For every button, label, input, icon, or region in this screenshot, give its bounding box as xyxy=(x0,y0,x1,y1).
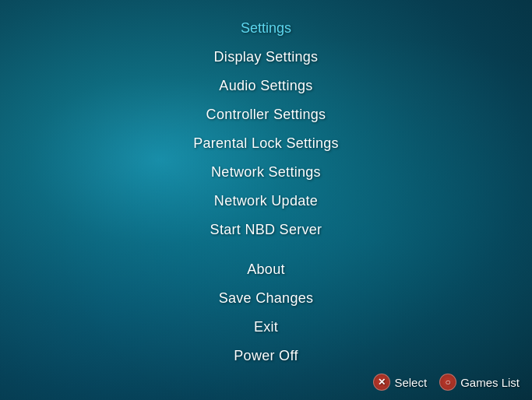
menu-item-start-nbd-server[interactable]: Start NBD Server xyxy=(178,216,354,244)
menu-item-audio-settings[interactable]: Audio Settings xyxy=(178,72,354,100)
games-list-label: Games List xyxy=(460,376,520,389)
main-menu: Settings Display SettingsAudio SettingsC… xyxy=(178,14,354,370)
select-label: Select xyxy=(394,376,427,389)
menu-item-about[interactable]: About xyxy=(203,255,329,284)
menu-item-controller-settings[interactable]: Controller Settings xyxy=(178,100,354,129)
menu-item-power-off[interactable]: Power Off xyxy=(203,342,329,370)
menu-item-network-update[interactable]: Network Update xyxy=(178,187,354,216)
games-list-icon: ○ xyxy=(439,374,456,391)
games-list-button[interactable]: ○ Games List xyxy=(439,374,520,391)
menu-item-exit[interactable]: Exit xyxy=(203,313,329,342)
menu-item-display-settings[interactable]: Display Settings xyxy=(178,43,354,72)
menu-primary-items: Display SettingsAudio SettingsController… xyxy=(178,43,354,244)
select-icon: ✕ xyxy=(373,374,390,391)
menu-item-network-settings[interactable]: Network Settings xyxy=(178,158,354,187)
menu-secondary-items: AboutSave ChangesExitPower Off xyxy=(203,255,329,370)
bottom-bar: ✕ Select ○ Games List xyxy=(373,374,520,391)
menu-title: Settings xyxy=(225,14,307,43)
menu-item-save-changes[interactable]: Save Changes xyxy=(203,284,329,313)
select-button[interactable]: ✕ Select xyxy=(373,374,427,391)
menu-item-parental-lock-settings[interactable]: Parental Lock Settings xyxy=(178,129,354,158)
